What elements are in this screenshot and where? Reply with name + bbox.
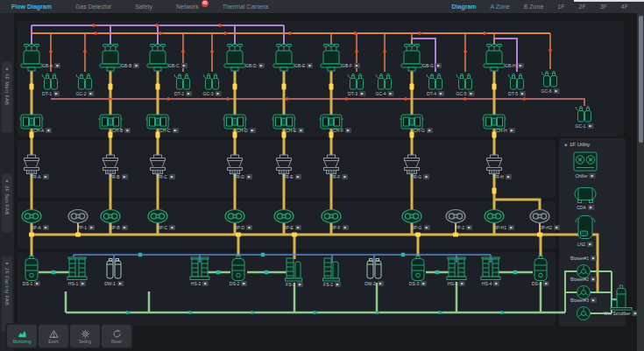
equipment-dp-d[interactable] [225,210,244,223]
open-detail-button[interactable]: ▶ [554,225,560,230]
valve-icon[interactable] [233,84,237,90]
equipment-tr-c[interactable] [151,155,166,174]
equipment-gc-5[interactable] [456,74,472,89]
open-detail-button[interactable]: ▶ [591,277,597,282]
open-detail-button[interactable]: ▶ [387,91,393,96]
valve-icon[interactable] [265,270,268,274]
open-detail-button[interactable]: ▶ [53,91,60,96]
scrollbar-thumb[interactable] [639,16,643,143]
open-detail-button[interactable]: ▶ [543,281,549,286]
equipment-dp-h2[interactable] [530,210,549,223]
equipment-ds-4[interactable] [534,256,547,281]
equipment-tr-f[interactable] [324,155,339,174]
equipment-gb-h[interactable] [484,45,505,72]
open-detail-button[interactable]: ▶ [587,123,593,129]
open-detail-button[interactable]: ▶ [438,91,444,96]
nav-gas-detector[interactable]: Gas Detector [75,4,111,10]
equipment-cda[interactable] [575,188,596,203]
nav-4f[interactable]: 4F [621,4,628,10]
equipment-dp-c[interactable] [148,210,167,223]
equipment-fs-2[interactable] [323,258,340,281]
nav-diagram[interactable]: Diagram [452,4,477,10]
equipment-gb-d[interactable] [224,45,245,72]
nav-a-zone[interactable]: A Zone [491,4,510,10]
open-detail-button[interactable]: ▶ [173,128,179,133]
open-detail-button[interactable]: ▶ [34,281,40,286]
open-detail-button[interactable]: ▶ [509,128,515,133]
open-detail-button[interactable]: ▶ [423,174,429,179]
open-detail-button[interactable]: ▶ [424,225,430,230]
equipment-tr-a[interactable] [25,155,39,174]
open-detail-button[interactable]: ▶ [117,281,124,286]
valve-icon[interactable] [435,270,439,274]
open-detail-button[interactable]: ▶ [459,281,465,286]
open-detail-button[interactable]: ▶ [518,63,524,68]
equipment-ch-e[interactable] [272,115,296,129]
open-detail-button[interactable]: ▶ [354,63,360,68]
open-detail-button[interactable]: ▶ [186,91,192,96]
nav-flow-diagram[interactable]: Flow Diagram [11,4,52,10]
open-detail-button[interactable]: ▶ [553,88,559,94]
open-detail-button[interactable]: ▶ [520,91,526,96]
open-detail-button[interactable]: ▶ [506,174,512,179]
equipment-dp-f[interactable] [322,210,341,223]
toolbar-event-button[interactable]: Event [39,325,68,347]
open-detail-button[interactable]: ▶ [46,128,52,133]
open-detail-button[interactable]: ▶ [508,225,514,230]
open-detail-button[interactable]: ▶ [307,63,313,68]
open-detail-button[interactable]: ▶ [169,174,175,179]
open-detail-button[interactable]: ▶ [335,282,341,287]
open-detail-button[interactable]: ▶ [54,63,60,68]
equipment-hs-1[interactable] [67,257,87,280]
equipment-gc-3[interactable] [203,74,219,89]
open-detail-button[interactable]: ▶ [43,225,49,230]
equipment-dt-3[interactable] [348,74,364,89]
valve-icon[interactable] [513,270,517,274]
equipment-gb-b[interactable] [100,45,121,72]
toolbar-setting-button[interactable]: Setting [70,325,100,347]
equipment-tr-h[interactable] [487,155,502,174]
equipment-dt-5[interactable] [508,74,524,89]
equipment-dt-2[interactable] [174,74,190,89]
equipment-ch-d[interactable] [223,115,247,129]
open-detail-button[interactable]: ▶ [181,63,188,68]
open-detail-button[interactable]: ▶ [295,174,301,179]
nav-2f[interactable]: 2F [578,4,585,10]
equipment-ds-1[interactable] [25,256,38,281]
open-detail-button[interactable]: ▶ [241,281,247,286]
open-detail-button[interactable]: ▶ [345,128,351,133]
valve-icon[interactable] [282,84,287,90]
equipment-ds-2[interactable] [232,256,244,281]
open-detail-button[interactable]: ▶ [359,91,365,96]
equipment-gb-g[interactable] [401,45,422,72]
open-detail-button[interactable]: ▶ [122,225,128,230]
equipment-dp-a[interactable] [22,210,41,223]
equipment-chiller[interactable] [574,152,597,171]
equipment-dp-e[interactable] [274,210,294,223]
valve-icon[interactable] [216,270,220,274]
equipment-ch-f[interactable] [319,115,343,129]
open-detail-button[interactable]: ▶ [122,174,128,179]
nav-network[interactable]: Network45 [176,4,199,10]
valve-icon[interactable] [52,270,55,274]
equipment-fs-1[interactable] [286,258,302,281]
open-detail-button[interactable]: ▶ [169,225,175,230]
equipment-gc-2[interactable] [76,74,92,89]
equipment-ds-3[interactable] [412,256,424,281]
valve-icon[interactable] [329,84,334,90]
equipment-gb-a[interactable] [21,45,42,72]
equipment-ch-b[interactable] [98,115,123,129]
equipment-dp-g[interactable] [402,210,421,223]
open-detail-button[interactable]: ▶ [297,282,303,287]
equipment-pp-2[interactable] [446,210,465,223]
open-detail-button[interactable]: ▶ [246,225,252,230]
equipment-tr-d[interactable] [228,155,243,174]
open-detail-button[interactable]: ▶ [80,281,86,286]
equipment-gb-f[interactable] [321,45,342,72]
equipment-ch-c[interactable] [145,115,170,129]
sidebar-section-3f-sub-fab[interactable]: ■3F Sub FAB [2,174,12,232]
open-detail-button[interactable]: ▶ [298,128,304,133]
valve-icon[interactable] [401,253,405,256]
equipment-gb-c[interactable] [147,45,168,72]
equipment-tr-b[interactable] [103,155,118,174]
